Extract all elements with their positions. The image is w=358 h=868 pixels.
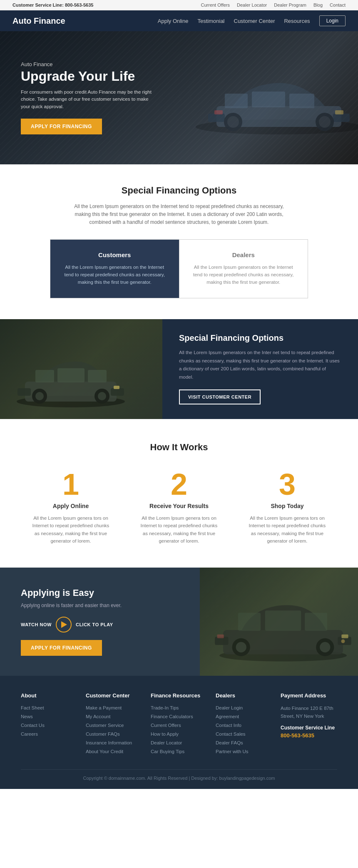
play-triangle-icon <box>61 621 67 628</box>
step-1: 1 Apply Online All the Lorem Ipsum gener… <box>21 469 121 545</box>
svg-rect-9 <box>252 92 285 107</box>
hero-subtitle: Auto Finance <box>21 61 154 67</box>
step-3: 3 Shop Today All the Lorem Ipsum genera … <box>237 469 337 545</box>
watch-now-label: WATCH NOW <box>21 622 52 627</box>
nav-apply-online[interactable]: Apply Online <box>158 18 189 24</box>
hero-description: For consumers with poor credit Auto Fina… <box>21 89 154 110</box>
financing-cards: Customers All the Lorem Ipsum generators… <box>50 239 308 298</box>
footer-fact-sheet[interactable]: Fact Sheet <box>21 705 44 710</box>
footer-my-account[interactable]: My Account <box>86 714 110 719</box>
svg-point-32 <box>320 642 330 652</box>
svg-rect-15 <box>17 388 31 396</box>
step-1-desc: All the Lorem Ipsum genera tors on Inter… <box>29 514 112 545</box>
footer-dealer-locator[interactable]: Dealer Locator <box>151 740 182 745</box>
footer-partner-with-us[interactable]: Partner with Us <box>216 749 249 754</box>
step-2-title: Receive Your Results <box>137 503 221 509</box>
step-2: 2 Receive Your Results All the Lorem Ips… <box>129 469 229 545</box>
step-1-number: 1 <box>29 469 112 499</box>
footer-customer-service[interactable]: Customer Service <box>86 723 124 728</box>
footer-make-payment[interactable]: Make a Payment <box>86 705 122 710</box>
svg-point-38 <box>341 640 345 643</box>
top-bar-right: Current Offers Dealer Locator Dealer Pro… <box>195 2 346 7</box>
footer-csl-number: 800-563-5635 <box>281 732 337 739</box>
customers-card-title: Customers <box>63 251 167 258</box>
applying-easy-section: Applying is Easy Applying online is fast… <box>0 568 358 676</box>
easy-car-svg <box>208 578 358 667</box>
topbar-dealer-locator[interactable]: Dealer Locator <box>237 2 267 7</box>
svg-rect-23 <box>88 370 107 382</box>
customers-card-desc: All the Lorem Ipsum generators on the In… <box>63 263 167 286</box>
dealers-card[interactable]: Dealers All the Lorem Ipsum generators o… <box>179 240 308 298</box>
footer-csl-label: Customer Service Line <box>281 725 337 731</box>
nav-resources[interactable]: Resources <box>284 18 310 24</box>
step-1-title: Apply Online <box>29 503 112 509</box>
footer-about-heading: About <box>21 692 77 699</box>
login-button[interactable]: Login <box>319 15 346 26</box>
hero-title: Upgrade Your Life <box>21 69 154 84</box>
svg-rect-16 <box>111 388 124 396</box>
footer-dealers-links: Dealer Login Agreement Contact Info Cont… <box>216 704 272 754</box>
topbar-contact[interactable]: Contact <box>330 2 346 7</box>
financing-title: Special Financing Options <box>33 185 325 196</box>
svg-rect-37 <box>217 635 224 638</box>
service-phone: 800-563-5635 <box>65 2 94 7</box>
svg-rect-12 <box>214 110 223 114</box>
logo[interactable]: Auto Finance <box>12 16 65 26</box>
hero-cta-button[interactable]: APPLY FOR FINANCING <box>21 119 102 134</box>
visit-customer-center-button[interactable]: VISIT CUSTOMER CENTER <box>179 389 261 404</box>
footer-car-buying-tips[interactable]: Car Buying Tips <box>151 749 184 754</box>
step-3-title: Shop Today <box>246 503 329 509</box>
play-button[interactable] <box>56 617 72 632</box>
svg-rect-34 <box>265 610 301 631</box>
footer-customer-center-links: Make a Payment My Account Customer Servi… <box>86 704 142 754</box>
easy-apply-button[interactable]: APPLY FOR FINANCING <box>21 640 102 656</box>
step-3-number: 3 <box>246 469 329 499</box>
watch-row: WATCH NOW CLICK TO PLAY <box>21 617 113 632</box>
mid-banner-content: Special Financing Options All the Lorem … <box>162 319 358 419</box>
topbar-blog[interactable]: Blog <box>313 2 323 7</box>
topbar-dealer-program[interactable]: Dealer Program <box>274 2 306 7</box>
customers-card[interactable]: Customers All the Lorem Ipsum generators… <box>50 240 179 298</box>
footer-dealers: Dealers Dealer Login Agreement Contact I… <box>216 692 272 757</box>
footer-dealer-faqs[interactable]: Dealer FAQs <box>216 740 243 745</box>
footer-current-offers[interactable]: Current Offers <box>151 723 181 728</box>
footer-about-links: Fact Sheet News Contact Us Careers <box>21 704 77 737</box>
step-2-desc: All the Lorem Ipsum genera tors on Inter… <box>137 514 221 545</box>
svg-rect-35 <box>305 613 327 631</box>
svg-point-30 <box>236 642 246 652</box>
svg-rect-36 <box>341 635 348 638</box>
header: Auto Finance Apply Online Testimonial Cu… <box>0 10 358 31</box>
nav-testimonial[interactable]: Testimonial <box>197 18 224 24</box>
footer-agreement[interactable]: Agreement <box>216 714 239 719</box>
svg-rect-11 <box>335 110 343 114</box>
footer-contact-us[interactable]: Contact Us <box>21 723 45 728</box>
top-bar-left: Customer Service Line: 800-563-5635 <box>12 2 93 7</box>
svg-rect-33 <box>238 613 261 631</box>
service-line-label: Customer Service Line: <box>12 2 64 7</box>
footer-about-credit[interactable]: About Your Credit <box>86 749 123 754</box>
footer-contact-info[interactable]: Contact Info <box>216 723 241 728</box>
footer-contact-sales[interactable]: Contact Sales <box>216 732 246 737</box>
footer-how-to-apply[interactable]: How to Apply <box>151 732 179 737</box>
footer-customer-faqs[interactable]: Customer FAQs <box>86 732 120 737</box>
nav-customer-center[interactable]: Customer Center <box>234 18 275 24</box>
footer-finance-resources-links: Trade-In Tips Finance Calculators Curren… <box>151 704 207 754</box>
svg-rect-8 <box>225 94 248 108</box>
footer-insurance[interactable]: Insurance Information <box>86 740 132 745</box>
topbar-current-offers[interactable]: Current Offers <box>201 2 230 7</box>
mid-car-svg <box>12 344 129 411</box>
footer-finance-resources: Finance Resources Trade-In Tips Finance … <box>151 692 207 757</box>
footer-news[interactable]: News <box>21 714 33 719</box>
svg-point-5 <box>227 116 239 128</box>
footer-finance-calculators[interactable]: Finance Calculators <box>151 714 193 719</box>
click-to-play-label: CLICK TO PLAY <box>76 622 113 627</box>
footer-dealer-login[interactable]: Dealer Login <box>216 705 243 710</box>
how-title: How It Works <box>21 442 337 453</box>
footer-tradein-tips[interactable]: Trade-In Tips <box>151 705 179 710</box>
footer-customer-center: Customer Center Make a Payment My Accoun… <box>86 692 142 757</box>
dealers-card-desc: All the Lorem Ipsum generators on the In… <box>192 263 296 286</box>
mid-banner-title: Special Financing Options <box>179 333 341 343</box>
financing-description: All the Lorem Ipsum generators on the In… <box>71 203 287 227</box>
footer-careers[interactable]: Careers <box>21 732 38 737</box>
svg-point-7 <box>319 116 331 128</box>
